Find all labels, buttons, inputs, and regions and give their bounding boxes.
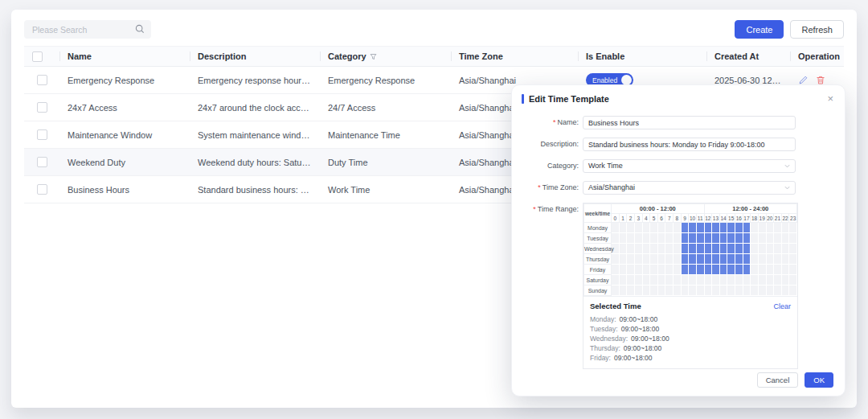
time-cell[interactable] [751,285,759,296]
time-cell[interactable] [657,223,665,233]
time-cell[interactable] [704,275,712,285]
time-cell[interactable] [712,285,720,296]
time-cell[interactable] [743,244,751,254]
time-cell[interactable] [758,244,766,254]
time-cell[interactable] [627,285,635,296]
time-cell[interactable] [704,285,712,296]
time-cell[interactable] [650,254,658,265]
time-cell[interactable] [696,223,704,233]
create-button[interactable]: Create [735,20,784,39]
time-cell[interactable] [689,244,697,254]
time-cell[interactable] [642,254,650,265]
time-cell[interactable] [665,244,674,254]
time-cell[interactable] [689,233,697,244]
category-select[interactable]: Work Time [583,159,796,173]
time-cell[interactable] [634,285,642,296]
time-cell[interactable] [719,223,727,233]
row-checkbox[interactable] [37,184,47,195]
time-cell[interactable] [727,275,735,285]
time-cell[interactable] [619,233,627,244]
time-cell[interactable] [704,244,712,254]
time-cell[interactable] [781,285,789,296]
time-cell[interactable] [766,285,774,296]
time-cell[interactable] [727,265,735,275]
time-cell[interactable] [657,233,665,244]
time-cell[interactable] [789,223,797,233]
time-cell[interactable] [704,254,712,265]
time-cell[interactable] [689,265,697,275]
time-cell[interactable] [696,285,704,296]
time-cell[interactable] [650,275,658,285]
time-cell[interactable] [789,275,797,285]
time-cell[interactable] [657,275,665,285]
time-cell[interactable] [766,233,774,244]
time-cell[interactable] [619,254,627,265]
time-cell[interactable] [766,265,774,275]
time-cell[interactable] [657,285,665,296]
time-cell[interactable] [665,265,674,275]
refresh-button[interactable]: Refresh [790,20,844,39]
time-cell[interactable] [727,233,735,244]
time-cell[interactable] [781,265,789,275]
time-cell[interactable] [774,233,782,244]
time-cell[interactable] [642,285,650,296]
time-cell[interactable] [789,244,797,254]
row-checkbox[interactable] [37,157,47,167]
time-cell[interactable] [674,223,682,233]
search-box[interactable] [24,20,151,39]
time-cell[interactable] [743,265,751,275]
time-cell[interactable] [634,275,642,285]
time-cell[interactable] [689,223,697,233]
time-cell[interactable] [719,254,727,265]
time-cell[interactable] [657,254,665,265]
time-cell[interactable] [743,285,751,296]
search-icon[interactable] [135,24,145,34]
row-checkbox[interactable] [37,129,47,140]
time-cell[interactable] [674,265,682,275]
time-cell[interactable] [619,275,627,285]
time-cell[interactable] [674,254,682,265]
time-cell[interactable] [696,254,704,265]
time-cell[interactable] [612,275,620,285]
time-cell[interactable] [743,275,751,285]
time-cell[interactable] [696,275,704,285]
time-cell[interactable] [657,244,665,254]
time-cell[interactable] [674,275,682,285]
time-cell[interactable] [719,265,727,275]
time-cell[interactable] [789,233,797,244]
time-cell[interactable] [627,223,635,233]
time-cell[interactable] [758,223,766,233]
time-cell[interactable] [735,285,743,296]
time-cell[interactable] [681,285,689,296]
time-cell[interactable] [758,254,766,265]
time-cell[interactable] [727,223,735,233]
time-cell[interactable] [642,275,650,285]
time-cell[interactable] [619,285,627,296]
time-cell[interactable] [689,254,697,265]
time-cell[interactable] [681,265,689,275]
time-cell[interactable] [735,254,743,265]
time-cell[interactable] [735,265,743,275]
time-cell[interactable] [751,265,759,275]
time-cell[interactable] [712,244,720,254]
time-cell[interactable] [719,285,727,296]
time-cell[interactable] [781,275,789,285]
time-cell[interactable] [665,223,674,233]
time-cell[interactable] [642,265,650,275]
time-cell[interactable] [612,223,620,233]
time-cell[interactable] [719,233,727,244]
time-cell[interactable] [650,223,658,233]
time-cell[interactable] [766,254,774,265]
time-cell[interactable] [612,233,620,244]
time-cell[interactable] [751,223,759,233]
description-field[interactable] [583,138,796,151]
time-cell[interactable] [735,244,743,254]
time-cell[interactable] [727,285,735,296]
time-cell[interactable] [657,265,665,275]
time-cell[interactable] [766,244,774,254]
time-cell[interactable] [735,223,743,233]
time-cell[interactable] [774,265,782,275]
time-cell[interactable] [712,223,720,233]
time-cell[interactable] [781,254,789,265]
time-cell[interactable] [619,244,627,254]
